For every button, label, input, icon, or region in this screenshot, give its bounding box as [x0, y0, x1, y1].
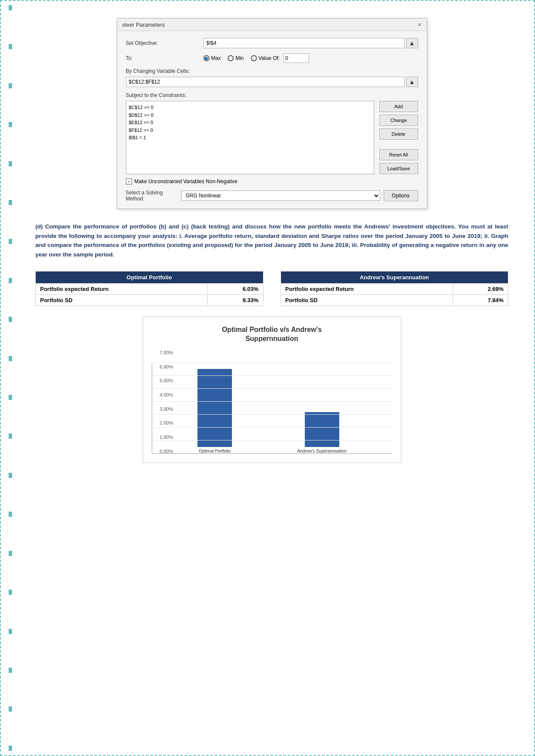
radio-max-circle[interactable] — [203, 55, 210, 61]
solver-titlebar: olver Parameters × — [117, 19, 427, 31]
table-row: Portfolio SD 9.33% — [36, 295, 263, 306]
radio-value-circle[interactable] — [251, 55, 257, 61]
opt-row1-label: Portfolio expected Return — [36, 284, 208, 295]
solver-dialog: olver Parameters × Set Objective: ▲ To: — [117, 18, 427, 209]
chart-title: Optimal Portfolio v/s Andrew'sSuppernnua… — [152, 325, 392, 344]
variable-cells-label: By Changing Variable Cells: — [126, 68, 418, 74]
and-row2-label: Portfolio SD — [281, 295, 453, 306]
andrews-portfolio-table: Andrew's Superannuation Portfolio expect… — [281, 271, 509, 306]
variable-cells-row: ▲ — [126, 77, 418, 87]
unconstrained-checkbox[interactable]: ✓ — [126, 178, 132, 184]
tables-section: Optimal Portfolio Portfolio expected Ret… — [35, 271, 508, 306]
radio-group: Max Min Value Of: — [203, 53, 309, 63]
chart-area: 7.00% 6.00% 5.00% 4.00% 3.00% 2.00% 1.00… — [152, 350, 392, 454]
objective-upload-btn[interactable]: ▲ — [406, 38, 418, 48]
objective-row: Set Objective: ▲ — [126, 38, 418, 48]
bar-group-optimal: Optimal Portfolio — [197, 369, 232, 453]
page: olver Parameters × Set Objective: ▲ To: — [0, 0, 535, 756]
radio-value-item[interactable]: Value Of: — [251, 53, 309, 63]
grid-line-6 — [152, 375, 392, 376]
constraint-item: $D$12 >= 0 — [129, 112, 371, 119]
constraints-section-label: Subject to the Constraints: — [126, 92, 418, 98]
grid-line-5 — [152, 388, 392, 389]
value-input[interactable] — [283, 53, 309, 63]
radio-min-circle[interactable] — [228, 55, 234, 61]
opt-row2-label: Portfolio SD — [36, 295, 208, 306]
constraint-item: $I$1 = 1 — [129, 134, 371, 142]
variable-cells-input[interactable] — [126, 77, 404, 87]
bar-optimal-return — [197, 369, 232, 447]
grid-line-3 — [152, 414, 392, 415]
table-row: Portfolio SD 7.84% — [281, 295, 508, 306]
grid-line-4 — [152, 401, 392, 402]
constraint-item: $F$12 >= 0 — [129, 127, 371, 134]
delete-button[interactable]: Delete — [379, 128, 418, 140]
grid-line-2 — [152, 427, 392, 428]
options-button[interactable]: Options — [384, 190, 418, 201]
grid-lines — [152, 363, 392, 453]
table-row: Portfolio expected Return 2.69% — [281, 284, 508, 295]
unconstrained-row: ✓ Make Unconstrained Variables Non-Negat… — [126, 178, 418, 184]
reset-all-button[interactable]: Reset All — [379, 149, 418, 160]
radio-min-item[interactable]: Min — [228, 55, 244, 61]
radio-value-label: Value Of: — [259, 55, 280, 61]
radio-min-label: Min — [235, 55, 244, 61]
bar-group-andrews: Andrew's Superannuation — [297, 412, 347, 453]
constraint-item: $C$12 >= 0 — [129, 104, 371, 112]
constraints-area: $C$12 >= 0 $D$12 >= 0 $E$12 >= 0 $F$12 >… — [126, 101, 418, 174]
opt-row1-value: 6.03% — [208, 284, 263, 295]
add-button[interactable]: Add — [379, 101, 418, 112]
radio-max-label: Max — [211, 55, 221, 61]
chart-container: Optimal Portfolio v/s Andrew'sSuppernnua… — [143, 316, 401, 463]
close-icon[interactable]: × — [418, 21, 421, 28]
to-label: To: — [126, 55, 203, 61]
method-label: Select a SolvingMethod: — [126, 190, 178, 202]
constraint-item: $E$12 >= 0 — [129, 119, 371, 127]
change-button[interactable]: Change — [379, 115, 418, 126]
to-row: To: Max Min Value Of: — [126, 53, 418, 63]
unconstrained-label: Make Unconstrained Variables Non-Negativ… — [135, 178, 238, 184]
method-row: Select a SolvingMethod: GRG Nonlinear Op… — [126, 190, 418, 202]
dialog-title: olver Parameters — [122, 22, 165, 28]
radio-max-item[interactable]: Max — [203, 55, 221, 61]
bar-label-andrews: Andrew's Superannuation — [297, 449, 347, 453]
grid-line-1 — [152, 440, 392, 440]
and-row1-label: Portfolio expected Return — [281, 284, 453, 295]
grid-line-7 — [152, 362, 392, 363]
variable-cells-upload-btn[interactable]: ▲ — [406, 77, 418, 87]
optimal-portfolio-header: Optimal Portfolio — [36, 272, 263, 284]
analysis-text: (d) Compare the performance of portfolio… — [35, 222, 508, 259]
bar-andrews-return — [305, 412, 339, 447]
and-row2-value: 7.84% — [453, 295, 508, 306]
andrews-portfolio-header: Andrew's Superannuation — [281, 272, 508, 284]
and-row1-value: 2.69% — [453, 284, 508, 295]
table-row: Portfolio expected Return 6.03% — [36, 284, 263, 295]
load-save-button[interactable]: Load/Save — [379, 163, 418, 174]
constraints-buttons: Add Change Delete Reset All Load/Save — [379, 101, 418, 174]
opt-row2-value: 9.33% — [208, 295, 263, 306]
constraints-list: $C$12 >= 0 $D$12 >= 0 $E$12 >= 0 $F$12 >… — [126, 101, 374, 174]
objective-label: Set Objective: — [126, 40, 203, 46]
objective-input[interactable] — [203, 38, 404, 48]
optimal-portfolio-table: Optimal Portfolio Portfolio expected Ret… — [35, 271, 263, 306]
y-label-7: 7.00% — [160, 350, 173, 355]
bar-label-optimal: Optimal Portfolio — [199, 449, 231, 453]
method-select[interactable]: GRG Nonlinear — [181, 191, 380, 201]
